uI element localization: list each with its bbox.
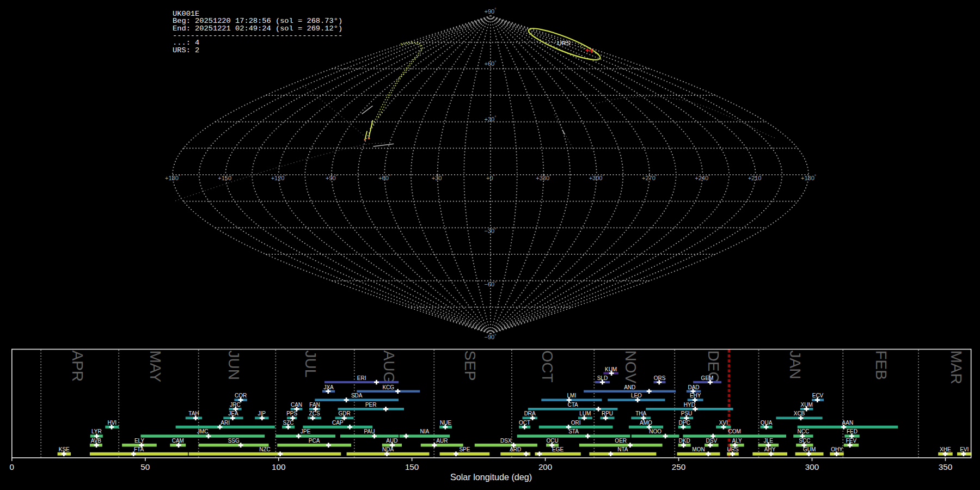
svg-text:NTA: NTA [617, 446, 628, 452]
svg-text:CAP: CAP [332, 420, 344, 426]
svg-text:+180°: +180° [801, 174, 816, 181]
svg-text:URS: 2: URS: 2 [173, 46, 199, 54]
svg-text:JMC: JMC [197, 428, 209, 434]
svg-text:EGE: EGE [552, 446, 564, 452]
svg-text:Solar longitude (deg): Solar longitude (deg) [450, 472, 532, 482]
svg-text:HYD: HYD [684, 402, 695, 408]
svg-text:CTA: CTA [567, 402, 578, 408]
svg-text:+30°: +30° [432, 174, 444, 181]
svg-text:+210°: +210° [748, 174, 763, 181]
svg-text:DPC: DPC [679, 420, 690, 426]
svg-text:MON: MON [692, 446, 705, 452]
svg-text:JLE: JLE [764, 438, 774, 444]
svg-text:AAN: AAN [842, 420, 854, 426]
svg-text:STA: STA [568, 428, 579, 434]
svg-text:GDR: GDR [338, 411, 350, 416]
svg-text:JAN: JAN [787, 351, 804, 379]
svg-text:LYR: LYR [91, 428, 102, 434]
svg-text:LMI: LMI [567, 393, 577, 399]
svg-text:OCT: OCT [519, 420, 530, 426]
svg-text:LUM: LUM [579, 411, 591, 416]
svg-text:+150°: +150° [218, 174, 233, 181]
svg-text:−90°: −90° [485, 334, 497, 341]
svg-text:KUM: KUM [605, 366, 617, 372]
svg-text:AHY: AHY [764, 446, 776, 452]
svg-text:GEM: GEM [701, 375, 714, 381]
svg-text:ORS: ORS [654, 375, 666, 381]
svg-text:URS: URS [727, 446, 738, 452]
svg-text:OHY: OHY [831, 446, 843, 452]
svg-text:OCU: OCU [546, 438, 558, 444]
svg-text:NUE: NUE [440, 420, 451, 426]
svg-text:JIP: JIP [258, 411, 266, 416]
svg-text:ARD: ARD [510, 446, 521, 452]
svg-text:FED: FED [847, 428, 857, 434]
svg-text:CAM: CAM [172, 438, 184, 444]
svg-text:EVI: EVI [960, 446, 969, 452]
svg-text:LEO: LEO [631, 393, 642, 399]
svg-text:NOV: NOV [622, 351, 639, 384]
svg-text:ALY: ALY [732, 438, 742, 444]
svg-text:PCA: PCA [309, 438, 320, 444]
svg-text:AMO: AMO [640, 420, 652, 426]
svg-text:−60°: −60° [485, 281, 497, 288]
svg-text:FAN: FAN [309, 402, 320, 408]
svg-text:TAH: TAH [188, 411, 199, 416]
svg-text:DRA: DRA [524, 411, 536, 416]
svg-text:SCC: SCC [799, 438, 810, 444]
svg-text:+270°: +270° [642, 174, 657, 181]
svg-text:SSG: SSG [228, 438, 240, 444]
svg-text:250: 250 [672, 462, 685, 471]
svg-text:+330°: +330° [536, 174, 551, 181]
svg-text:DSV: DSV [706, 438, 718, 444]
svg-text:+90°: +90° [485, 8, 497, 15]
svg-text:AND: AND [624, 384, 635, 390]
svg-text:+240°: +240° [695, 174, 710, 181]
svg-text:EHY: EHY [690, 393, 701, 399]
svg-text:150: 150 [405, 462, 419, 471]
svg-text:−30°: −30° [485, 228, 497, 235]
svg-text:+30°: +30° [485, 115, 497, 122]
svg-text:PER: PER [365, 402, 377, 408]
svg-text:AUG: AUG [381, 351, 397, 384]
svg-text:ELY: ELY [134, 438, 144, 444]
svg-text:PPS: PPS [286, 411, 297, 416]
svg-text:SZC: SZC [283, 420, 294, 426]
svg-text:THA: THA [635, 411, 646, 416]
svg-text:DSX: DSX [500, 438, 512, 444]
svg-text:HVI: HVI [107, 420, 117, 426]
svg-text:CAN: CAN [291, 402, 302, 408]
svg-text:SEP: SEP [462, 351, 479, 381]
svg-text:+120°: +120° [271, 174, 286, 181]
svg-text:AUD: AUD [386, 438, 397, 444]
svg-text:FTA: FTA [134, 446, 144, 452]
svg-text:OCT: OCT [539, 351, 556, 383]
svg-text:SLD: SLD [597, 375, 608, 381]
svg-text:ARI: ARI [220, 420, 230, 426]
svg-text:+300°: +300° [589, 174, 604, 181]
svg-text:AUR: AUR [436, 438, 448, 444]
svg-text:ECV: ECV [812, 393, 824, 399]
svg-text:+180°: +180° [165, 174, 180, 181]
svg-text:NDA: NDA [382, 446, 394, 452]
svg-text:NCC: NCC [797, 428, 809, 434]
svg-text:XCB: XCB [794, 411, 805, 416]
svg-text:JEA: JEA [228, 411, 238, 416]
svg-text:JRC: JRC [230, 402, 240, 408]
svg-text:MAR: MAR [948, 351, 965, 384]
svg-text:+90°: +90° [326, 174, 338, 181]
svg-text:ZCS: ZCS [309, 411, 320, 416]
svg-text:JXA: JXA [323, 384, 334, 390]
svg-text:NZC: NZC [259, 446, 271, 452]
svg-text:RPU: RPU [602, 411, 613, 416]
svg-text:ERI: ERI [357, 375, 366, 381]
svg-text:FEB: FEB [873, 351, 890, 380]
svg-text:ORI: ORI [571, 420, 581, 426]
svg-text:50: 50 [140, 462, 150, 471]
svg-text:+60°: +60° [485, 60, 497, 68]
svg-text:APR: APR [69, 351, 86, 382]
svg-text:COR: COR [235, 393, 247, 399]
svg-text:AVB: AVB [91, 438, 102, 444]
svg-text:PAU: PAU [364, 428, 375, 434]
svg-text:350: 350 [939, 462, 952, 471]
